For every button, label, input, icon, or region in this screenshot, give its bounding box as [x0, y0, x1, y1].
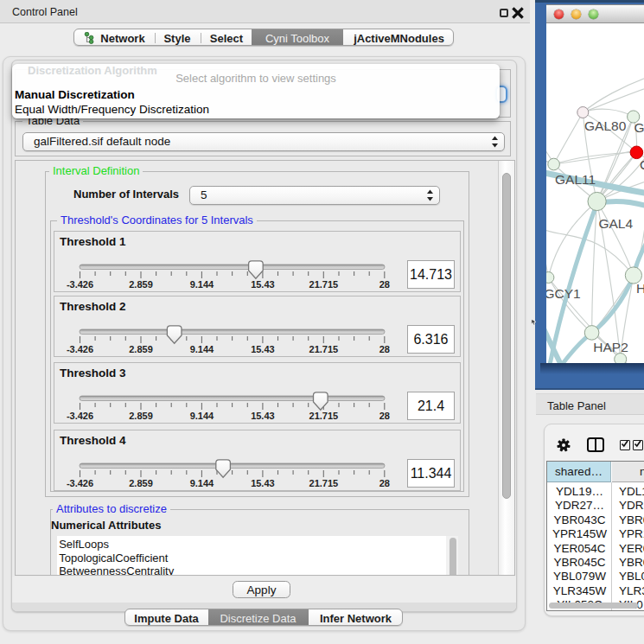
svg-text:GA: GA	[634, 120, 644, 135]
svg-text:HAP2: HAP2	[593, 340, 628, 354]
svg-text:GAL80: GAL80	[584, 118, 627, 133]
svg-text:H: H	[636, 281, 644, 296]
svg-text:C: C	[640, 157, 644, 172]
svg-text:GAL11: GAL11	[555, 172, 596, 187]
svg-text:GCY1: GCY1	[546, 286, 581, 301]
svg-text:GAL4: GAL4	[598, 216, 633, 231]
